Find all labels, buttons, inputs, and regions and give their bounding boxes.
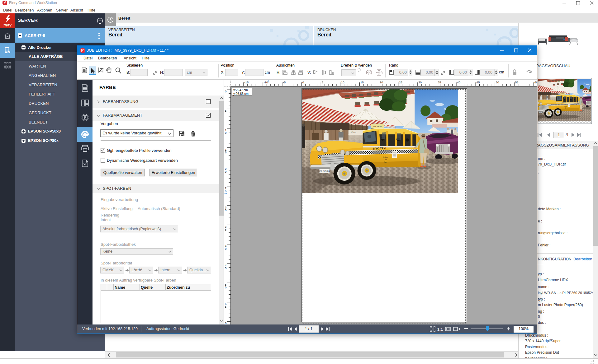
svg-text:5: 5 [225, 109, 226, 112]
svg-text:0: 0 [225, 131, 226, 134]
svg-text:0: 0 [225, 170, 226, 173]
svg-text:0: 0 [225, 286, 226, 289]
svg-text:5: 5 [225, 305, 226, 308]
svg-text:0: 0 [225, 208, 226, 212]
svg-text:50: 50 [496, 81, 499, 84]
svg-text:0: 0 [225, 90, 226, 93]
svg-text:5: 5 [225, 266, 226, 270]
svg-text:40: 40 [457, 81, 461, 84]
svg-text:-15: -15 [244, 81, 249, 84]
svg-text:10: 10 [341, 81, 344, 84]
svg-text:35: 35 [438, 81, 441, 84]
svg-text:30: 30 [418, 81, 422, 84]
svg-text:60: 60 [534, 81, 537, 84]
svg-text:15: 15 [360, 81, 364, 84]
svg-text:-5: -5 [283, 81, 286, 84]
svg-text:fiery: fiery [3, 23, 12, 27]
svg-text:0: 0 [302, 81, 304, 84]
svg-text:5: 5 [322, 81, 323, 84]
svg-text:55: 55 [515, 81, 519, 84]
svg-text:45: 45 [477, 81, 480, 84]
svg-text:20: 20 [380, 81, 383, 84]
svg-text:5: 5 [225, 228, 226, 231]
svg-text:5: 5 [225, 189, 226, 193]
svg-text:1:1: 1:1 [437, 327, 443, 332]
svg-text:25: 25 [399, 81, 402, 84]
svg-text:0: 0 [225, 247, 226, 250]
svg-text:-10: -10 [264, 81, 268, 84]
svg-text:5: 5 [225, 151, 226, 154]
